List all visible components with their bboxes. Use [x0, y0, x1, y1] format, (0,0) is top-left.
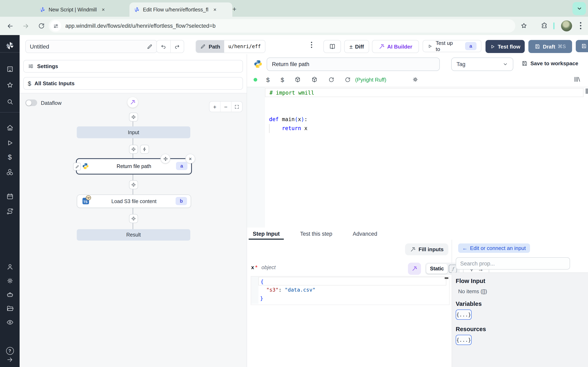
site-info-icon[interactable] — [50, 20, 61, 31]
more-kebab-icon[interactable] — [309, 40, 314, 49]
sidebar-item-expand-arrow-icon[interactable] — [0, 355, 20, 365]
forward-icon[interactable] — [20, 21, 31, 31]
flow-node-result[interactable]: Result — [77, 229, 190, 241]
undo-button[interactable] — [157, 40, 171, 53]
bookmark-star-icon[interactable] — [519, 20, 529, 31]
insert-trigger-button[interactable] — [140, 145, 149, 154]
sidebar-item-runs-play-icon[interactable] — [0, 138, 20, 148]
variables-dollar-icon[interactable]: $ — [266, 76, 270, 83]
path-label-seg[interactable]: Path — [196, 40, 224, 53]
docs-book-button[interactable] — [323, 40, 341, 53]
all-static-inputs-button[interactable]: $ All Static Inputs — [23, 77, 243, 90]
flow-node-input[interactable]: Input — [77, 126, 190, 138]
fill-inputs-button[interactable]: Fill inputs — [405, 243, 449, 255]
magic-wand-icon[interactable] — [396, 76, 402, 83]
step-badge[interactable]: a — [465, 42, 476, 50]
package-icon[interactable] — [294, 76, 301, 83]
variables-expand-button[interactable]: {...} — [456, 309, 472, 320]
extensions-icon[interactable] — [539, 20, 550, 31]
reload-icon[interactable] — [345, 76, 351, 83]
insert-step-button[interactable] — [129, 214, 138, 223]
sidebar-item-audit-eye-icon[interactable] — [0, 317, 20, 327]
sidebar-item-home-icon[interactable] — [0, 123, 20, 133]
sidebar-item-favorites-star-icon[interactable] — [0, 80, 20, 90]
insert-step-button[interactable] — [129, 113, 138, 122]
variables-title: Variables — [456, 300, 482, 307]
static-label: Static — [430, 266, 444, 272]
new-tab-icon[interactable]: + — [230, 5, 239, 14]
flow-node-step-b[interactable]: TSᴖᴥᴖ Load S3 file content b — [77, 194, 191, 208]
reload-icon[interactable] — [36, 21, 47, 31]
ai-builder-button[interactable]: AI Builder — [372, 40, 419, 53]
sidebar-item-help-icon[interactable]: ? — [0, 346, 20, 356]
back-icon[interactable] — [5, 21, 16, 31]
static-mode-button[interactable]: Static — [426, 264, 448, 274]
profile-avatar[interactable] — [561, 20, 572, 31]
insert-step-button[interactable] — [129, 180, 138, 189]
sidebar-item-search-icon[interactable] — [0, 97, 20, 106]
edit-or-connect-button[interactable]: ← Edit or connect an input — [458, 243, 530, 253]
arg-row-label: x * object — [251, 264, 276, 270]
deploy-button[interactable]: Deploy — [576, 40, 588, 52]
close-icon[interactable]: × — [100, 6, 107, 13]
menu-kebab-icon[interactable] — [577, 21, 584, 30]
all-static-inputs-label: All Static Inputs — [35, 80, 75, 86]
close-icon[interactable]: × — [212, 6, 218, 13]
package-icon[interactable] — [311, 76, 318, 83]
sidebar-item-workspace[interactable] — [0, 64, 20, 74]
dataflow-toggle[interactable] — [25, 100, 37, 106]
sidebar-item-settings-gear-icon[interactable] — [0, 276, 20, 285]
draft-button[interactable]: Draft ⌘S — [528, 40, 572, 53]
omnibox[interactable]: app.windmill.dev/flows/edit/u/henri/effo… — [49, 19, 515, 33]
step-name-input[interactable]: Return file path — [267, 58, 440, 71]
json-scrollbar[interactable] — [445, 277, 448, 279]
browser-tab-active[interactable]: Edit Flow u/henri/effortless_fl × — [130, 2, 232, 17]
editor-scrollbar[interactable] — [586, 89, 588, 94]
move-step-icon[interactable] — [160, 154, 170, 164]
code-lines[interactable]: # import wmilldef main(x): return x — [265, 88, 584, 133]
fullscreen-button[interactable] — [232, 101, 242, 112]
search-prop-input[interactable]: Search prop... — [456, 257, 570, 269]
edit-step-pencil-icon[interactable] — [73, 163, 81, 170]
library-icon[interactable] — [574, 76, 581, 83]
test-flow-button[interactable]: Test flow — [485, 40, 525, 53]
tab-test-this-step[interactable]: Test this step — [294, 227, 338, 240]
test-up-to-button[interactable]: Test up to a — [423, 40, 481, 52]
sidebar-item-folders-icon[interactable] — [0, 303, 20, 313]
ai-arg-wand-button[interactable] — [408, 263, 421, 275]
editor-gutter — [247, 87, 265, 228]
sidebar-item-schedules-calendar-icon[interactable] — [0, 191, 20, 201]
tag-select[interactable]: Tag — [451, 58, 513, 71]
tab-advanced[interactable]: Advanced — [347, 227, 383, 240]
path-button[interactable]: Path u/henri/eff — [196, 40, 265, 53]
lint-status[interactable]: (Pyright Ruff) — [355, 76, 386, 83]
ai-flow-wand-button[interactable] — [127, 97, 138, 108]
json-lines[interactable]: { "s3": "data.csv"} — [259, 277, 446, 303]
tab-chevron-icon[interactable] — [572, 2, 586, 15]
sidebar-item-resources-cubes-icon[interactable] — [0, 167, 20, 177]
redo-button[interactable] — [171, 40, 184, 53]
sidebar-item-user-icon[interactable] — [0, 262, 20, 272]
windmill-logo[interactable] — [0, 41, 20, 50]
step-a-badge: a — [176, 162, 187, 170]
delete-step-icon[interactable]: × — [185, 154, 195, 164]
sidebar-item-variables-dollar-icon[interactable]: $ — [0, 152, 20, 162]
json-arg-editor[interactable]: { "s3": "data.csv"} — [251, 276, 450, 305]
reload-icon[interactable] — [328, 76, 334, 83]
zoom-in-button[interactable]: + — [209, 101, 221, 112]
tab-step-input[interactable]: Step Input — [247, 227, 285, 240]
zoom-out-button[interactable]: − — [221, 101, 232, 112]
code-editor[interactable]: # import wmilldef main(x): return x — [247, 87, 588, 228]
sidebar-item-routes-icon[interactable] — [0, 206, 20, 216]
insert-step-button[interactable] — [129, 145, 138, 154]
save-to-workspace-button[interactable]: Save to workspace — [521, 60, 578, 67]
resources-dollar-icon[interactable]: $ — [281, 76, 284, 83]
settings-button[interactable]: Settings — [23, 60, 243, 73]
flow-node-step-a[interactable]: Return file path a × — [76, 158, 192, 175]
flow-name-input[interactable]: Untitled — [25, 40, 157, 53]
browser-tab-inactive[interactable]: New Script | Windmill × — [35, 2, 133, 17]
sidebar-item-workers-robot-icon[interactable] — [0, 290, 20, 299]
diff-button[interactable]: ± Diff — [344, 40, 369, 53]
resources-expand-button[interactable]: {...} — [456, 335, 472, 345]
settings-gear-icon[interactable] — [412, 76, 419, 83]
